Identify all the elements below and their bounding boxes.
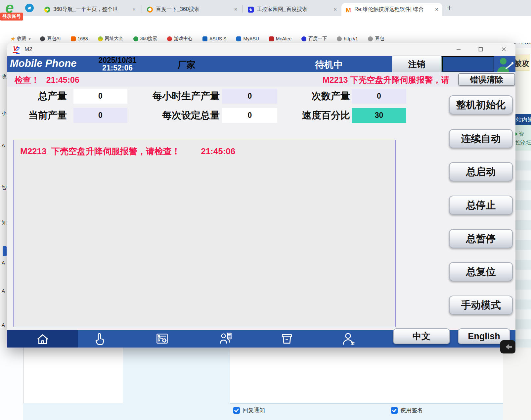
security-notice-bar: 被攻 [515,55,530,70]
master-start-button[interactable]: 总启动 [449,162,513,181]
machine-initialize-button[interactable]: 整机初始化 [449,95,513,115]
current-output-field[interactable]: 0 [73,108,127,123]
count-output-field[interactable]: 0 [352,89,406,104]
left-rail-item[interactable]: A [2,260,5,265]
bookmark-item[interactable]: 游戏中心 [167,36,193,42]
browser-tab-gongkong[interactable]: 工控家园网_百度搜索 [244,3,341,16]
user-field[interactable] [442,56,494,71]
bookmark-item[interactable]: 网址大全 [98,36,123,42]
window-maximize-button[interactable] [475,44,486,54]
bookmark-item[interactable]: 360搜索 [133,36,157,42]
page-middle-column [23,348,123,403]
reply-notify-checkbox[interactable]: 回复通知 [233,406,265,414]
batch-total-label: 每次设定总量 [146,108,220,123]
hourly-output-field[interactable]: 0 [222,89,277,104]
left-rail-item[interactable]: 小 [2,110,7,117]
ymmfa-favicon-icon: M [345,7,351,13]
continuous-auto-button[interactable]: 连续自动 [449,129,513,148]
login-account-badge[interactable]: 登录账号 [0,13,23,21]
forum-links-block: 资 控论坛 [515,125,531,151]
total-output-field[interactable]: 0 [73,89,127,104]
left-rail-item[interactable]: A [2,322,5,328]
window-title-bar[interactable]: M2 [7,43,515,56]
notice-text: 被攻 [515,59,529,68]
master-pause-button[interactable]: 总暂停 [449,229,513,248]
baidu-favicon-icon [301,36,306,41]
language-chinese-button[interactable]: 中文 [393,328,450,344]
1688-favicon-icon [71,36,76,41]
nav-tray-icon[interactable] [280,331,294,346]
resource-link[interactable]: 资 [519,131,524,137]
count-output-label: 次数产量 [294,89,350,104]
nav-manual-hand-icon[interactable] [92,331,107,346]
alarm-ticker-bar: 检查！ 21:45:06 M2213 下壳空盘升降伺服报警，请 错误清除 [7,72,515,87]
alarm-ticker-right: M2213 下壳空盘升降伺服报警，请 [323,74,458,85]
logout-button[interactable]: 注销 [392,56,442,73]
hourly-output-label: 每小时生产产量 [134,89,220,104]
left-rail-item[interactable]: 智 [2,185,7,191]
tab-close-icon[interactable] [234,6,238,13]
page-right-column [503,348,531,420]
bookmark-item[interactable]: 豆包AI [40,36,61,42]
batch-total-field[interactable]: 0 [222,108,277,123]
browser-tab-baidu-search[interactable]: 百度一下_360搜索 [143,3,242,16]
current-output-label: 当前产量 [17,108,67,123]
tab-close-icon[interactable] [435,6,438,13]
tab-separator [243,5,243,13]
bookmark-item[interactable]: 百度一下 [301,36,327,42]
window-title: M2 [24,46,32,53]
left-rail-item[interactable]: 知 [2,219,7,226]
tab-close-icon[interactable] [333,6,337,13]
home-icon [35,331,50,347]
doubao-ai-favicon-icon [40,36,45,41]
bookmark-favorites[interactable]: 收藏 [10,35,30,42]
tab-close-icon[interactable] [132,6,136,13]
left-rail-highlight [3,246,7,256]
alarm-ticker-left: 检查！ 21:45:06 [15,74,79,85]
globe-favicon-icon [337,36,342,41]
checkbox-checked-icon[interactable] [391,407,398,414]
webpage-left-rail: 收 小 A 智 知 A A A [0,43,7,348]
factory-label: 厂家 [178,59,196,71]
nav-home-tab-active[interactable] [7,330,78,348]
vnc-viewer-window: M2 Mobile Phone 2025/10/31 21:52:06 厂家 待… [7,43,515,348]
site-message-bar: 站内短 [515,114,531,125]
bookmark-item[interactable]: MyASU [236,36,259,41]
error-clear-button[interactable]: 错误清除 [458,73,515,86]
remote-back-button[interactable] [500,340,515,353]
reply-editor-panel[interactable] [230,348,503,403]
hmi-datetime: 2025/10/31 21:52:06 [89,57,146,72]
hmi-header-bar: Mobile Phone 2025/10/31 21:52:06 厂家 待机中 … [7,56,515,72]
tab-label: 工控家园网_百度搜索 [257,6,307,13]
bookmark-item[interactable]: ASUS S [202,36,226,41]
use-signature-checkbox[interactable]: 使用签名 [391,406,423,414]
window-minimize-button[interactable] [453,44,464,54]
bookmark-item[interactable]: McAfee [269,36,291,41]
master-reset-button[interactable]: 总复位 [449,262,513,281]
manual-mode-button[interactable]: 手动模式 [449,296,513,315]
hmi-brand-title: Mobile Phone [10,58,77,70]
bookmark-item[interactable]: 豆包 [368,36,384,42]
left-rail-item[interactable]: A [2,142,5,148]
new-tab-button[interactable]: + [447,3,452,13]
360search-favicon-icon [133,36,138,41]
left-rail-item[interactable]: 收 [2,73,7,80]
forum-link[interactable]: 控论坛 [515,140,531,145]
nav-operator-record-icon[interactable] [218,331,233,346]
messenger-icon[interactable] [25,4,34,12]
reply-notify-label: 回复通知 [243,406,265,414]
operator-signature-icon[interactable] [495,57,515,72]
master-stop-button[interactable]: 总停止 [449,196,513,215]
browser-tab-ymmfa-active[interactable]: M Re:维伦触摸屏远程软件| 综合 [341,3,442,16]
nav-recipe-settings-icon[interactable] [155,331,169,346]
checkbox-checked-icon[interactable] [233,407,240,414]
speed-percent-field[interactable]: 30 [352,108,406,123]
use-signature-label: 使用签名 [400,406,423,414]
vnc-app-icon [13,45,21,54]
nav-user-icon[interactable] [341,331,355,346]
window-close-button[interactable] [498,44,509,54]
left-rail-item[interactable]: A [2,288,5,294]
bookmark-item[interactable]: 1688 [71,36,88,41]
browser-tab-360nav[interactable]: 360导航_一个主页，整个世 [40,3,140,16]
bookmark-item[interactable]: http://1 [337,36,358,41]
